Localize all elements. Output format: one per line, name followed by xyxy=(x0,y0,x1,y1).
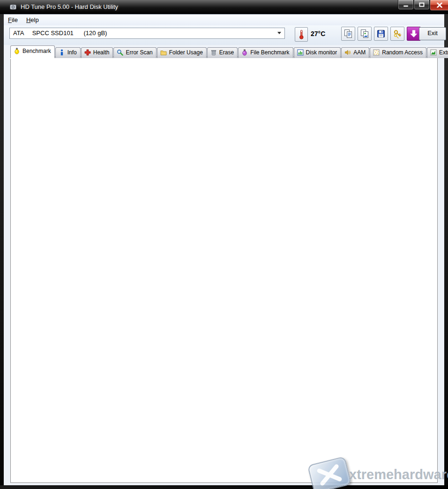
tab-error-scan[interactable]: Error Scan xyxy=(113,47,156,58)
tab-label: Random Access xyxy=(382,49,423,56)
tab-label: Erase xyxy=(219,49,234,56)
benchmark-panel xyxy=(10,57,438,483)
tab-label: Folder Usage xyxy=(169,49,203,56)
toolbar: ATA SPCC SSD101 (120 gB) 27°C Exit xyxy=(4,25,444,45)
maximize-button[interactable] xyxy=(414,0,430,10)
window-frame-bottom xyxy=(0,485,448,489)
tab-random-access[interactable]: Random Access xyxy=(370,47,426,58)
tab-benchmark[interactable]: Benchmark xyxy=(10,45,55,58)
tab-label: AAM xyxy=(353,49,366,56)
tab-label: Health xyxy=(93,49,110,56)
window-title: HD Tune Pro 5.00 - Hard Disk Utility xyxy=(21,3,118,10)
menu-file[interactable]: File xyxy=(4,15,22,23)
window-frame-right xyxy=(444,14,448,485)
menu-help[interactable]: Help xyxy=(22,15,43,23)
copy-screenshot-button[interactable] xyxy=(358,27,372,41)
title-bar: HD Tune Pro 5.00 - Hard Disk Utility xyxy=(0,0,448,14)
health-icon xyxy=(84,49,91,56)
tab-health[interactable]: Health xyxy=(81,47,113,58)
temperature-value: 27°C xyxy=(311,30,325,37)
window-frame-left xyxy=(0,14,4,485)
tab-label: Disk monitor xyxy=(306,49,337,56)
aam-icon xyxy=(344,49,351,56)
drive-select-combobox[interactable]: ATA SPCC SSD101 (120 gB) xyxy=(9,28,285,39)
tab-label: Info xyxy=(67,49,77,56)
save-button[interactable] xyxy=(374,27,388,41)
minimize-button[interactable] xyxy=(398,0,414,10)
tab-label: Error Scan xyxy=(126,49,152,56)
combobox-arrow-icon[interactable] xyxy=(277,32,281,34)
tab-erase[interactable]: Erase xyxy=(207,47,238,58)
options-button[interactable] xyxy=(390,27,404,41)
benchmark-icon xyxy=(14,48,20,54)
temperature-button[interactable] xyxy=(295,27,308,42)
tab-folder-usage[interactable]: Folder Usage xyxy=(157,47,207,58)
info-icon xyxy=(59,49,65,56)
app-window: HD Tune Pro 5.00 - Hard Disk Utility Fil… xyxy=(0,0,448,489)
folder-icon xyxy=(160,49,167,56)
exit-button[interactable]: Exit xyxy=(419,27,446,40)
disk-monitor-icon xyxy=(297,49,304,56)
extra-tests-icon xyxy=(430,49,437,56)
erase-icon xyxy=(210,49,217,56)
copy-text-button[interactable] xyxy=(341,27,355,41)
tab-file-benchmark[interactable]: File Benchmark xyxy=(238,47,293,58)
tab-label: Benchmark xyxy=(22,48,51,54)
error-scan-icon xyxy=(117,49,123,56)
tab-disk-monitor[interactable]: Disk monitor xyxy=(294,47,341,58)
app-icon xyxy=(9,3,17,11)
tab-label: Extra tests xyxy=(439,49,448,56)
tab-info[interactable]: Info xyxy=(55,47,81,58)
tab-strip: BenchmarkInfoHealthError ScanFolder Usag… xyxy=(10,45,438,57)
file-benchmark-icon xyxy=(241,49,248,56)
tab-aam[interactable]: AAM xyxy=(341,47,369,58)
tab-extra-tests[interactable]: Extra tests xyxy=(427,47,448,58)
menu-bar: FileHelp xyxy=(4,15,444,26)
tab-label: File Benchmark xyxy=(250,49,289,56)
random-access-icon xyxy=(373,49,380,56)
close-button[interactable] xyxy=(430,0,448,11)
